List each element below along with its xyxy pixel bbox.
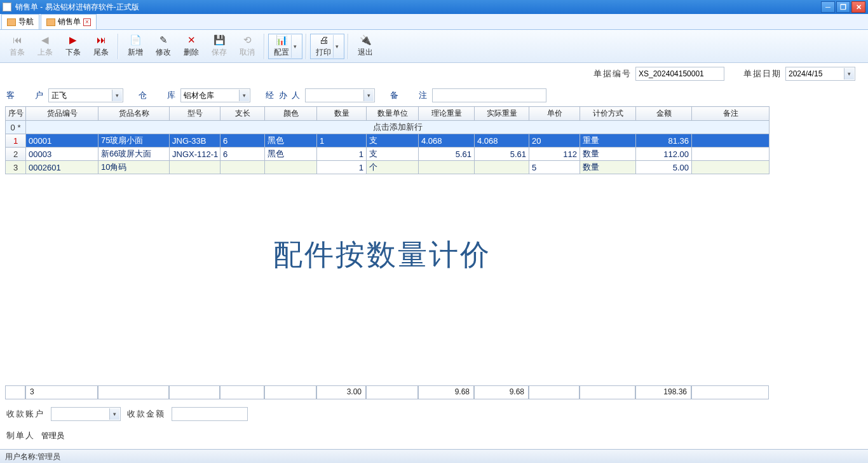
pay-amt-field[interactable] [172, 407, 248, 421]
tab-label: 销售单 [58, 17, 81, 27]
remark-label: 备 注 [390, 90, 428, 101]
col-mode[interactable]: 计价方式 [580, 107, 636, 121]
grid-header: 序号 货品编号 货品名称 型号 支长 颜色 数量 数量单位 理论重量 实际重量 … [6, 107, 770, 121]
total-count: 3 [25, 385, 98, 399]
col-price[interactable]: 单价 [529, 107, 580, 121]
items-grid: 序号 货品编号 货品名称 型号 支长 颜色 数量 数量单位 理论重量 实际重量 … [5, 106, 863, 174]
col-color[interactable]: 颜色 [265, 107, 317, 121]
remark-field[interactable] [432, 88, 546, 102]
app-icon [3, 3, 11, 11]
chevron-down-icon[interactable]: ▾ [291, 35, 297, 58]
doc-date-field[interactable]: 2024/4/15▾ [785, 67, 855, 81]
minimize-button[interactable]: ─ [821, 1, 835, 13]
footer-form: 收款账户 ▾ 收款金额 制单人 管理员 [6, 407, 862, 450]
handler-field[interactable]: ▾ [305, 88, 375, 102]
status-user-label: 用户名称: [5, 452, 37, 461]
table-row[interactable]: 2 00003 新66玻屏大面 JNGX-112-1 6 黑色 1 支 5.61… [6, 148, 770, 161]
exit-icon: 🔌 [360, 34, 372, 47]
chevron-down-icon[interactable]: ▾ [363, 90, 374, 101]
col-unit[interactable]: 数量单位 [367, 107, 419, 121]
delete-button[interactable]: ✕删除 [178, 32, 205, 61]
customer-label: 客 户 [6, 90, 44, 101]
col-qty[interactable]: 数量 [317, 107, 367, 121]
totals-row: 3 3.00 9.68 9.68 198.36 [5, 385, 863, 399]
pay-acct-field[interactable]: ▾ [51, 407, 121, 421]
status-user: 管理员 [37, 452, 60, 461]
prev-button[interactable]: ◀上条 [32, 32, 58, 61]
folder-icon [7, 18, 16, 26]
chevron-down-icon[interactable]: ▾ [109, 408, 119, 420]
total-amount: 198.36 [635, 385, 691, 399]
cancel-button[interactable]: ⟲取消 [234, 32, 261, 61]
price-edit-cell[interactable]: 5 [529, 161, 580, 174]
separator [348, 34, 349, 59]
document-tabs: 导航 销售单 × [0, 14, 868, 30]
config-icon: 📊 [276, 34, 288, 47]
maker-label: 制单人 [6, 430, 35, 441]
close-icon[interactable]: × [83, 18, 91, 26]
col-seq[interactable]: 序号 [6, 107, 26, 121]
doc-no-label: 单据编号 [593, 68, 632, 79]
new-button[interactable]: 📄新增 [122, 32, 149, 61]
edit-button[interactable]: ✎修改 [150, 32, 177, 61]
new-icon: 📄 [130, 34, 142, 47]
table-row[interactable]: 3 0002601 10角码 1 个 5 数量 5.00 [6, 161, 770, 174]
toolbar: ⏮首条 ◀上条 ▶下条 ⏭尾条 📄新增 ✎修改 ✕删除 💾保存 ⟲取消 📊配置 … [0, 30, 868, 63]
chevron-down-icon[interactable]: ▾ [844, 68, 854, 79]
close-button[interactable]: ✕ [851, 1, 865, 13]
first-button[interactable]: ⏮首条 [4, 32, 31, 61]
add-row[interactable]: 0 * 点击添加新行 [6, 121, 770, 134]
statusbar: 用户名称:管理员 [0, 449, 868, 463]
col-tw[interactable]: 理论重量 [419, 107, 475, 121]
exit-button[interactable]: 🔌退出 [352, 32, 379, 61]
titlebar: 销售单 - 易达铝材进销存软件-正式版 ─ ❐ ✕ [0, 0, 868, 14]
pay-acct-label: 收款账户 [6, 408, 44, 420]
next-button[interactable]: ▶下条 [60, 32, 86, 61]
qty-edit-cell[interactable]: 1 [317, 161, 367, 174]
separator [264, 34, 265, 59]
save-icon: 💾 [214, 34, 226, 47]
table-row[interactable]: 1 00001 75玻扇小面 JNG-33B 6 黑色 1 支 4.068 4.… [6, 134, 770, 148]
doc-no-field[interactable]: XS_202404150001 [635, 67, 724, 81]
watermark-text: 配件按数量计价 [273, 235, 491, 275]
warehouse-field[interactable]: 铝材仓库▾ [180, 88, 250, 102]
last-button[interactable]: ⏭尾条 [88, 32, 114, 61]
doc-date-label: 单据日期 [743, 68, 782, 79]
tab-sales-order[interactable]: 销售单 × [41, 14, 97, 29]
prev-icon: ◀ [41, 34, 49, 47]
col-name[interactable]: 货品名称 [98, 107, 170, 121]
tab-nav[interactable]: 导航 [1, 14, 39, 29]
col-amount[interactable]: 金额 [636, 107, 692, 121]
amount-edit-cell[interactable]: 5.00 [636, 161, 692, 174]
tab-label: 导航 [18, 17, 34, 27]
config-button[interactable]: 📊配置 ▾ [268, 34, 302, 59]
separator [306, 34, 307, 59]
col-model[interactable]: 型号 [170, 107, 220, 121]
maximize-button[interactable]: ❐ [836, 1, 850, 13]
separator [118, 34, 119, 59]
form-header: 客 户 正飞▾ 仓 库 铝材仓库▾ 经 办 人 ▾ 备 注 [0, 85, 868, 106]
customer-field[interactable]: 正飞▾ [48, 88, 123, 102]
handler-label: 经 办 人 [266, 90, 301, 101]
chevron-down-icon[interactable]: ▾ [333, 35, 339, 58]
last-icon: ⏭ [97, 34, 106, 47]
save-button[interactable]: 💾保存 [206, 32, 233, 61]
total-qty: 3.00 [316, 385, 366, 399]
print-icon: 🖨 [319, 34, 329, 47]
total-tw: 9.68 [418, 385, 474, 399]
pay-amt-label: 收款金额 [127, 408, 165, 420]
col-aw[interactable]: 实际重量 [475, 107, 529, 121]
warehouse-label: 仓 库 [139, 90, 177, 101]
first-icon: ⏮ [13, 34, 22, 47]
folder-icon [46, 18, 55, 26]
col-len[interactable]: 支长 [220, 107, 265, 121]
total-aw: 9.68 [474, 385, 529, 399]
col-code[interactable]: 货品编号 [26, 107, 98, 121]
chevron-down-icon[interactable]: ▾ [112, 90, 122, 101]
maker-value: 管理员 [41, 431, 64, 441]
print-button[interactable]: 🖨打印 ▾ [310, 34, 344, 59]
window-title: 销售单 - 易达铝材进销存软件-正式版 [15, 2, 139, 13]
chevron-down-icon[interactable]: ▾ [239, 90, 249, 101]
col-remark[interactable]: 备注 [692, 107, 770, 121]
edit-icon: ✎ [159, 34, 168, 47]
